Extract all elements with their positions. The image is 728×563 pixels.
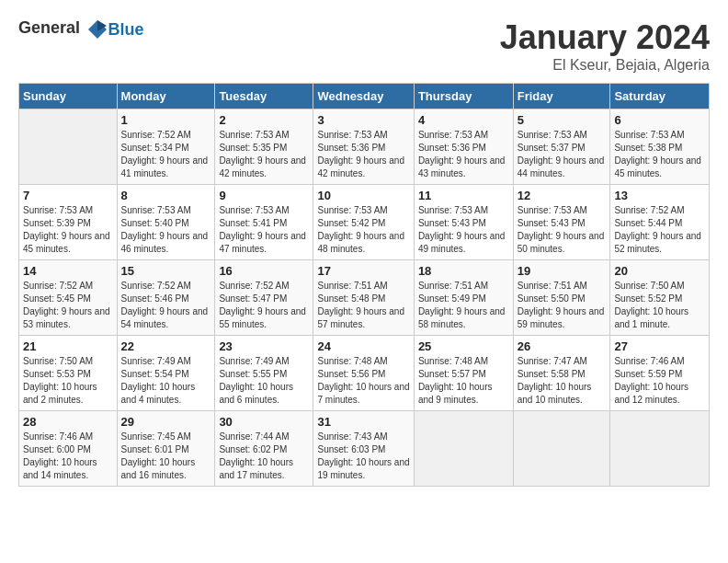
day-number: 12 (518, 189, 607, 202)
day-number: 26 (518, 339, 607, 353)
calendar-cell: 6Sunrise: 7:53 AM Sunset: 5:38 PM Daylig… (610, 109, 710, 185)
day-number: 4 (418, 113, 509, 127)
calendar-week-row: 21Sunrise: 7:50 AM Sunset: 5:53 PM Dayli… (19, 336, 710, 411)
day-info: Sunrise: 7:52 AM Sunset: 5:47 PM Dayligh… (219, 280, 309, 331)
day-number: 16 (219, 264, 309, 278)
day-number: 8 (121, 189, 211, 202)
day-number: 20 (614, 264, 705, 278)
day-info: Sunrise: 7:52 AM Sunset: 5:46 PM Dayligh… (121, 280, 211, 331)
day-info: Sunrise: 7:49 AM Sunset: 5:54 PM Dayligh… (121, 355, 211, 407)
calendar-cell (513, 411, 610, 487)
day-number: 3 (317, 113, 409, 127)
day-info: Sunrise: 7:50 AM Sunset: 5:53 PM Dayligh… (23, 355, 113, 407)
day-info: Sunrise: 7:48 AM Sunset: 5:56 PM Dayligh… (317, 355, 409, 407)
day-info: Sunrise: 7:53 AM Sunset: 5:39 PM Dayligh… (23, 204, 113, 256)
day-number: 22 (121, 339, 211, 353)
weekday-header: Friday (513, 84, 610, 109)
day-info: Sunrise: 7:51 AM Sunset: 5:50 PM Dayligh… (518, 280, 607, 331)
day-number: 13 (614, 189, 705, 202)
day-info: Sunrise: 7:51 AM Sunset: 5:48 PM Dayligh… (317, 280, 409, 331)
day-info: Sunrise: 7:43 AM Sunset: 6:03 PM Dayligh… (317, 431, 409, 482)
calendar-cell: 29Sunrise: 7:45 AM Sunset: 6:01 PM Dayli… (117, 411, 215, 487)
day-info: Sunrise: 7:46 AM Sunset: 6:00 PM Dayligh… (23, 431, 113, 482)
weekday-header: Wednesday (313, 84, 414, 109)
day-info: Sunrise: 7:53 AM Sunset: 5:40 PM Dayligh… (121, 204, 211, 256)
day-info: Sunrise: 7:53 AM Sunset: 5:43 PM Dayligh… (418, 204, 509, 256)
day-number: 29 (121, 415, 211, 429)
day-number: 14 (23, 264, 113, 278)
calendar-cell: 14Sunrise: 7:52 AM Sunset: 5:45 PM Dayli… (19, 260, 118, 336)
day-info: Sunrise: 7:53 AM Sunset: 5:36 PM Dayligh… (418, 129, 509, 180)
day-number: 9 (219, 189, 309, 202)
calendar-cell: 10Sunrise: 7:53 AM Sunset: 5:42 PM Dayli… (313, 185, 414, 260)
day-info: Sunrise: 7:52 AM Sunset: 5:44 PM Dayligh… (614, 204, 705, 256)
calendar-cell: 24Sunrise: 7:48 AM Sunset: 5:56 PM Dayli… (313, 336, 414, 411)
day-number: 24 (317, 339, 409, 353)
day-info: Sunrise: 7:44 AM Sunset: 6:02 PM Dayligh… (219, 431, 309, 482)
day-number: 28 (23, 415, 113, 429)
calendar-cell: 13Sunrise: 7:52 AM Sunset: 5:44 PM Dayli… (610, 185, 710, 260)
calendar-week-row: 1Sunrise: 7:52 AM Sunset: 5:34 PM Daylig… (19, 109, 710, 185)
day-info: Sunrise: 7:50 AM Sunset: 5:52 PM Dayligh… (614, 280, 705, 331)
calendar-cell: 26Sunrise: 7:47 AM Sunset: 5:58 PM Dayli… (513, 336, 610, 411)
calendar-cell: 9Sunrise: 7:53 AM Sunset: 5:41 PM Daylig… (215, 185, 313, 260)
day-info: Sunrise: 7:51 AM Sunset: 5:49 PM Dayligh… (418, 280, 509, 331)
logo-icon (86, 18, 108, 40)
calendar-cell: 23Sunrise: 7:49 AM Sunset: 5:55 PM Dayli… (215, 336, 313, 411)
day-number: 25 (418, 339, 509, 353)
calendar-cell: 28Sunrise: 7:46 AM Sunset: 6:00 PM Dayli… (19, 411, 118, 487)
logo-general: General (18, 18, 80, 37)
day-info: Sunrise: 7:48 AM Sunset: 5:57 PM Dayligh… (418, 355, 509, 407)
calendar-cell: 8Sunrise: 7:53 AM Sunset: 5:40 PM Daylig… (117, 185, 215, 260)
weekday-header: Tuesday (215, 84, 313, 109)
day-number: 23 (219, 339, 309, 353)
calendar-cell (19, 109, 118, 185)
calendar-cell: 3Sunrise: 7:53 AM Sunset: 5:36 PM Daylig… (313, 109, 414, 185)
logo: General Blue (18, 18, 144, 40)
calendar-table: SundayMondayTuesdayWednesdayThursdayFrid… (18, 83, 710, 487)
calendar-cell: 16Sunrise: 7:52 AM Sunset: 5:47 PM Dayli… (215, 260, 313, 336)
day-info: Sunrise: 7:47 AM Sunset: 5:58 PM Dayligh… (518, 355, 607, 407)
day-number: 1 (121, 113, 211, 127)
day-number: 11 (418, 189, 509, 202)
calendar-title: January 2024 (500, 18, 710, 57)
calendar-cell: 15Sunrise: 7:52 AM Sunset: 5:46 PM Dayli… (117, 260, 215, 336)
calendar-cell: 27Sunrise: 7:46 AM Sunset: 5:59 PM Dayli… (610, 336, 710, 411)
calendar-subtitle: El Kseur, Bejaia, Algeria (500, 57, 710, 74)
day-info: Sunrise: 7:53 AM Sunset: 5:42 PM Dayligh… (317, 204, 409, 256)
day-info: Sunrise: 7:46 AM Sunset: 5:59 PM Dayligh… (614, 355, 705, 407)
title-section: January 2024 El Kseur, Bejaia, Algeria (500, 18, 710, 74)
day-number: 19 (518, 264, 607, 278)
day-number: 27 (614, 339, 705, 353)
calendar-week-row: 14Sunrise: 7:52 AM Sunset: 5:45 PM Dayli… (19, 260, 710, 336)
calendar-cell (610, 411, 710, 487)
calendar-cell: 19Sunrise: 7:51 AM Sunset: 5:50 PM Dayli… (513, 260, 610, 336)
calendar-cell: 17Sunrise: 7:51 AM Sunset: 5:48 PM Dayli… (313, 260, 414, 336)
day-info: Sunrise: 7:53 AM Sunset: 5:35 PM Dayligh… (219, 129, 309, 180)
day-number: 18 (418, 264, 509, 278)
calendar-cell: 22Sunrise: 7:49 AM Sunset: 5:54 PM Dayli… (117, 336, 215, 411)
day-info: Sunrise: 7:53 AM Sunset: 5:37 PM Dayligh… (518, 129, 607, 180)
day-info: Sunrise: 7:52 AM Sunset: 5:34 PM Dayligh… (121, 129, 211, 180)
calendar-cell: 30Sunrise: 7:44 AM Sunset: 6:02 PM Dayli… (215, 411, 313, 487)
calendar-cell: 18Sunrise: 7:51 AM Sunset: 5:49 PM Dayli… (414, 260, 513, 336)
day-number: 5 (518, 113, 607, 127)
calendar-cell: 31Sunrise: 7:43 AM Sunset: 6:03 PM Dayli… (313, 411, 414, 487)
page-header: General Blue January 2024 El Kseur, Beja… (18, 18, 710, 74)
weekday-header-row: SundayMondayTuesdayWednesdayThursdayFrid… (19, 84, 710, 109)
calendar-cell: 11Sunrise: 7:53 AM Sunset: 5:43 PM Dayli… (414, 185, 513, 260)
day-number: 15 (121, 264, 211, 278)
calendar-cell: 7Sunrise: 7:53 AM Sunset: 5:39 PM Daylig… (19, 185, 118, 260)
day-number: 21 (23, 339, 113, 353)
weekday-header: Sunday (19, 84, 118, 109)
calendar-week-row: 7Sunrise: 7:53 AM Sunset: 5:39 PM Daylig… (19, 185, 710, 260)
day-info: Sunrise: 7:53 AM Sunset: 5:41 PM Dayligh… (219, 204, 309, 256)
day-info: Sunrise: 7:45 AM Sunset: 6:01 PM Dayligh… (121, 431, 211, 482)
day-number: 6 (614, 113, 705, 127)
day-number: 31 (317, 415, 409, 429)
calendar-cell (414, 411, 513, 487)
day-number: 10 (317, 189, 409, 202)
weekday-header: Monday (117, 84, 215, 109)
day-number: 17 (317, 264, 409, 278)
calendar-cell: 2Sunrise: 7:53 AM Sunset: 5:35 PM Daylig… (215, 109, 313, 185)
